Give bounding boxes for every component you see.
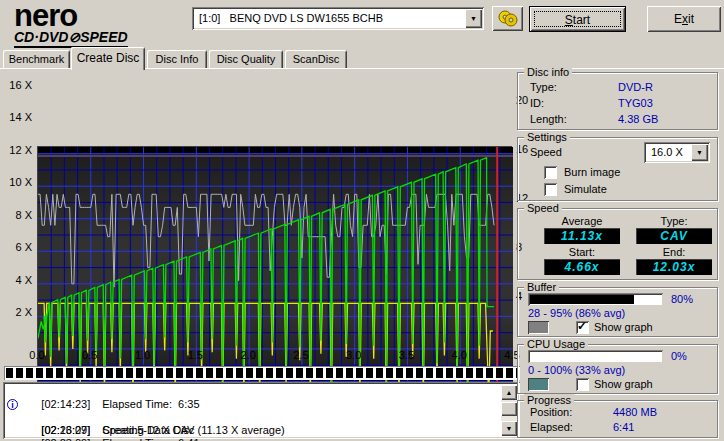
log-row: [02:23:09]Elapsed Time: 6:41 [7,424,500,437]
panel-title: CPU Usage [524,338,588,350]
log-row: [02:23:09]Speed:5-12 X CAV (11.13 X aver… [7,411,500,424]
logo-subtitle: CD·DVD⊘SPEED [14,29,128,48]
event-log: [02:14:23]Elapsed Time: 6:35 i [02:16:27… [3,382,520,439]
disc-info-panel: Disc info Type: DVD-R ID: TYG03 Length: … [517,72,718,130]
disc-type-label: Type: [530,81,557,93]
position-value: 4480 MB [613,406,657,418]
chevron-down-icon: ▼ [470,15,477,22]
settings-panel: Settings Speed 16.0 X ▼ ✓ Burn image ✓ S… [517,137,718,201]
panel-title: Settings [524,131,570,143]
panel-title: Progress [524,394,574,406]
disc-id-value: TYG03 [618,97,653,109]
elapsed-label: Elapsed: [530,421,573,433]
buffer-color-swatch [528,321,549,334]
scroll-down-button[interactable]: ▼ [501,421,517,436]
disc-type-value: DVD-R [618,81,653,93]
buffer-show-graph-checkbox[interactable]: ✓ [576,321,589,334]
start-button[interactable]: Start [529,6,626,32]
x-axis-tick-label: 2.5 [286,349,316,361]
nero-cd-dvd-speed-window: nero CD·DVD⊘SPEED [1:0] BENQ DVD LS DW16… [0,0,724,441]
cpu-show-graph-checkbox[interactable]: ✓ [576,378,589,391]
drive-selector-dropdown-button[interactable]: ▼ [465,9,482,28]
disc-button[interactable] [492,6,523,31]
buffer-percent: 80% [671,293,693,305]
speed-type-label: Type: [636,215,712,227]
disc-length-label: Length: [530,113,567,125]
scrollbar-thumb[interactable] [501,402,517,416]
log-row: [02:14:23]Elapsed Time: 6:35 [7,385,500,398]
cpu-percent: 0% [671,350,687,362]
x-axis-tick-label: 1.5 [180,349,210,361]
disc-length-value: 4.38 GB [618,113,658,125]
average-speed-label: Average [544,215,620,227]
discs-icon [497,10,519,27]
panel-title: Disc info [524,66,572,78]
cpu-show-graph-label: Show graph [594,378,653,390]
start-speed-display: 4.66x [544,259,620,275]
tab-disc-info[interactable]: Disc Info [147,50,207,69]
y-axis-left-tick-label: 14 X [2,111,32,123]
panel-title: Speed [524,202,562,214]
info-icon: i [7,399,18,410]
y-axis-left-tick-label: 4 X [2,274,32,286]
y-axis-left-tick-label: 12 X [2,144,32,156]
y-axis-left-tick-label: 2 X [2,306,32,318]
y-axis-left-tick-label: 8 X [2,209,32,221]
x-axis-tick-label: 0.5 [75,349,105,361]
x-axis-tick-label: 2.0 [233,349,263,361]
speed-setting-label: Speed [530,146,562,158]
speed-panel: Speed Average Type: 11.13x CAV Start: En… [517,208,718,280]
start-button-label: S [565,13,573,27]
buffer-show-graph-label: Show graph [594,321,653,333]
tab-benchmark[interactable]: Benchmark [3,50,70,69]
exit-button[interactable]: Exit [647,6,721,32]
x-axis-tick-label: 1.0 [128,349,158,361]
tab-disc-quality[interactable]: Disc Quality [209,50,283,69]
buffer-meter-fill [530,295,634,304]
position-label: Position: [530,406,572,418]
buffer-range: 28 - 95% (86% avg) [528,307,625,319]
cpu-usage-panel: CPU Usage 0% 0 - 100% (33% avg) ✓ Show g… [517,344,718,394]
progress-panel: Progress Position: 4480 MB Elapsed: 6:41 [517,400,718,438]
panel-title: Buffer [524,281,559,293]
speed-selector-value[interactable]: 16.0 X [646,144,691,161]
elapsed-value: 6:41 [613,421,634,433]
scroll-up-button[interactable]: ▲ [501,385,517,400]
log-timestamp: [02:23:09] [41,437,90,441]
cpu-meter [528,350,663,363]
buffer-panel: Buffer 80% 28 - 95% (86% avg) ✓ Show gra… [517,287,718,337]
buffer-meter [528,293,663,306]
x-axis-tick-label: 3.5 [391,349,421,361]
burn-image-label: Burn image [564,166,620,178]
simulate-label: Simulate [564,183,607,195]
exit-button-label: E [674,12,682,26]
end-speed-display: 12.03x [636,259,712,275]
x-axis-tick-label: 4.0 [444,349,474,361]
tab-scandisc[interactable]: ScanDisc [285,50,347,69]
arrow-up-icon: ▲ [506,389,513,396]
end-speed-label: End: [636,246,712,258]
burn-image-checkbox[interactable]: ✓ [544,166,557,179]
log-message: Elapsed Time: 6:41 [90,437,199,441]
drive-selector-value[interactable]: [1:0] BENQ DVD LS DW1655 BCHB [194,9,465,28]
overall-progress-bar [4,366,520,380]
drive-selector[interactable]: [1:0] BENQ DVD LS DW1655 BCHB ▼ [192,7,484,30]
speed-selector[interactable]: 16.0 X ▼ [644,142,710,163]
start-speed-label: Start: [544,246,620,258]
progress-bar-segments [6,368,518,378]
y-axis-left-tick-label: 6 X [2,241,32,253]
simulate-checkbox[interactable]: ✓ [544,183,557,196]
arrow-down-icon: ▼ [506,425,513,432]
average-speed-display: 11.13x [544,228,620,244]
chevron-down-icon: ▼ [696,149,703,156]
speed-selector-dropdown-button[interactable]: ▼ [691,144,708,161]
speed-type-display: CAV [636,228,712,244]
tab-create-disc[interactable]: Create Disc [71,47,145,70]
disc-id-label: ID: [530,97,544,109]
check-icon: ✓ [577,319,587,333]
log-scrollbar[interactable]: ▲ ▼ [501,385,517,436]
y-axis-left-tick-label: 10 X [2,176,32,188]
y-axis-left-tick-label: 16 X [2,79,32,91]
x-axis-tick-label: 0.0 [22,349,52,361]
cpu-range: 0 - 100% (33% avg) [528,364,625,376]
